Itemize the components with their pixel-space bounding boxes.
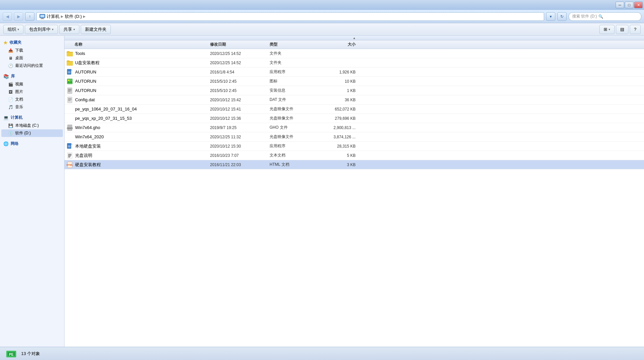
- address-path[interactable]: 计算机 ▶ 软件 (D:) ▶: [36, 12, 544, 21]
- share-button[interactable]: 共享 ▾: [59, 25, 79, 34]
- file-date: 2016/1/8 4:54: [210, 70, 270, 74]
- scroll-up-icon: ▲: [353, 36, 356, 40]
- recent-icon: 🕐: [8, 63, 13, 68]
- path-drive[interactable]: 软件 (D:): [65, 14, 82, 20]
- views-arrow: ▾: [609, 28, 610, 31]
- file-date: 2019/9/7 19:25: [210, 125, 270, 130]
- svg-rect-14: [68, 91, 70, 92]
- include-label: 包含到库中: [29, 26, 51, 32]
- column-date[interactable]: 修改日期: [210, 42, 270, 47]
- column-name[interactable]: 名称: [64, 42, 210, 47]
- views-button[interactable]: ⊞ ▾: [599, 25, 615, 34]
- sidebar-item-music-label: 音乐: [15, 104, 23, 110]
- sidebar-item-music[interactable]: 🎵 音乐: [1, 103, 63, 111]
- sidebar-item-recent[interactable]: 🕐 最近访问的位置: [1, 62, 63, 69]
- file-date: 2020/12/25 11:32: [210, 135, 270, 139]
- layout-button[interactable]: ▤: [616, 25, 628, 34]
- file-date: 2015/5/10 2:45: [210, 88, 270, 93]
- library-icon: 📚: [3, 74, 9, 79]
- file-size: 3 KB: [322, 162, 362, 167]
- table-row[interactable]: AUTORUN 2015/5/10 2:45 安装信息 1 KB: [64, 86, 644, 95]
- search-box[interactable]: 搜索 软件 (D:) 🔍: [569, 12, 641, 21]
- file-date: 2020/10/12 15:30: [210, 144, 270, 149]
- close-button[interactable]: ✕: [634, 2, 643, 8]
- svg-rect-1: [40, 15, 44, 17]
- svg-rect-15: [67, 97, 72, 103]
- minimize-button[interactable]: ─: [616, 2, 624, 8]
- file-date: 2020/10/12 15:36: [210, 116, 270, 121]
- file-name: HTML 硬盘安装教程: [64, 161, 210, 168]
- sidebar-item-docs[interactable]: 📄 文档: [1, 96, 63, 103]
- table-row[interactable]: HTML 硬盘安装教程 2016/11/21 22:03 HTML 文档 3 K…: [64, 160, 644, 169]
- table-row[interactable]: pe_yqs_xp_20_07_31_15_53 2020/10/12 15:3…: [64, 114, 644, 123]
- file-type-label: 文本文档: [270, 153, 322, 158]
- svg-rect-33: [68, 146, 70, 146]
- search-icon: 🔍: [598, 14, 603, 19]
- organize-label: 组织: [8, 26, 16, 32]
- file-size: 3,874,126 ...: [322, 135, 362, 139]
- dropdown-button[interactable]: ▾: [546, 12, 555, 21]
- sidebar-item-download[interactable]: 📥 下载: [1, 47, 63, 54]
- share-arrow: ▾: [73, 28, 75, 31]
- table-row[interactable]: AUTORUN 2015/5/10 2:45 图标 10 KB: [64, 77, 644, 86]
- path-sep1: ▶: [61, 15, 64, 18]
- table-row[interactable]: AUTORUN 2016/1/8 4:54 应用程序 1,926 KB: [64, 68, 644, 77]
- forward-button[interactable]: ▶: [14, 12, 23, 21]
- help-button[interactable]: ?: [630, 25, 641, 34]
- svg-rect-7: [68, 71, 70, 72]
- column-type[interactable]: 类型: [270, 42, 322, 47]
- file-size: 1,926 KB: [322, 70, 362, 74]
- share-label: 共享: [64, 26, 72, 32]
- organize-button[interactable]: 组织 ▾: [3, 25, 23, 34]
- table-row[interactable]: Win7x64_2020 2020/12/25 11:32 光盘映像文件 3,8…: [64, 132, 644, 142]
- sidebar-item-c-drive[interactable]: 💾 本地磁盘 (C:): [1, 122, 63, 129]
- file-date: 2015/5/10 2:45: [210, 79, 270, 84]
- svg-rect-3: [41, 19, 44, 19]
- maximize-button[interactable]: □: [625, 2, 633, 8]
- path-computer[interactable]: 计算机: [47, 14, 60, 20]
- svg-rect-36: [68, 154, 71, 155]
- file-type-label: 光盘映像文件: [270, 134, 322, 140]
- file-date: 2020/12/25 14:52: [210, 51, 270, 56]
- sidebar-item-video[interactable]: 🎬 视频: [1, 80, 63, 88]
- up-button[interactable]: ↑: [25, 12, 34, 21]
- file-type-icon: [66, 50, 73, 57]
- table-row[interactable]: U盘安装教程 2020/12/25 14:52 文件夹: [64, 58, 644, 68]
- music-icon: 🎵: [8, 105, 13, 110]
- network-sidebar-icon: 🌐: [3, 141, 9, 146]
- column-size[interactable]: 大小: [322, 42, 362, 47]
- main-layout: ★ 收藏夹 📥 下载 🖥 桌面 🕐 最近访问的位置 📚 库: [0, 36, 644, 347]
- sidebar-item-pictures[interactable]: 🖼 图片: [1, 88, 63, 96]
- sidebar-item-desktop[interactable]: 🖥 桌面: [1, 54, 63, 62]
- file-type-label: 文件夹: [270, 60, 322, 66]
- path-sep2: ▶: [83, 15, 86, 18]
- file-type-label: 图标: [270, 78, 322, 84]
- table-row[interactable]: 光盘说明 2016/10/23 7:07 文本文档 5 KB: [64, 151, 644, 160]
- include-button[interactable]: 包含到库中 ▾: [25, 25, 58, 34]
- network-label: 网络: [11, 141, 19, 147]
- table-row[interactable]: 本地硬盘安装 2020/10/12 15:30 应用程序 28,315 KB: [64, 142, 644, 151]
- svg-rect-35: [67, 153, 72, 158]
- c-drive-icon: 💾: [8, 123, 13, 128]
- table-row[interactable]: pe_yqs_1064_20_07_31_16_04 2020/10/12 15…: [64, 105, 644, 114]
- table-row[interactable]: Config.dat 2020/10/12 15:42 DAT 文件 36 KB: [64, 95, 644, 105]
- file-type-icon: [66, 69, 73, 75]
- sidebar-item-video-label: 视频: [15, 81, 23, 87]
- status-count: 13 个对象: [21, 351, 40, 357]
- svg-rect-34: [68, 147, 70, 147]
- svg-marker-32: [71, 143, 72, 145]
- svg-text:PE: PE: [9, 353, 14, 356]
- back-button[interactable]: ◀: [3, 12, 12, 21]
- file-type-label: 应用程序: [270, 69, 322, 75]
- table-row[interactable]: Tools 2020/12/25 14:52 文件夹: [64, 49, 644, 58]
- video-icon: 🎬: [8, 82, 13, 87]
- scroll-up-area[interactable]: ▲: [64, 36, 644, 40]
- table-row[interactable]: GHO Win7x64.gho 2019/9/7 19:25 GHO 文件 2,…: [64, 123, 644, 132]
- file-date: 2016/11/21 22:03: [210, 162, 270, 167]
- titlebar-buttons: ─ □ ✕: [616, 2, 643, 8]
- file-type-label: HTML 文档: [270, 162, 322, 167]
- sidebar-item-d-drive[interactable]: 💿 软件 (D:): [1, 129, 63, 137]
- refresh-button[interactable]: ↻: [557, 12, 567, 21]
- new-folder-button[interactable]: 新建文件夹: [81, 25, 111, 34]
- svg-marker-6: [71, 69, 72, 70]
